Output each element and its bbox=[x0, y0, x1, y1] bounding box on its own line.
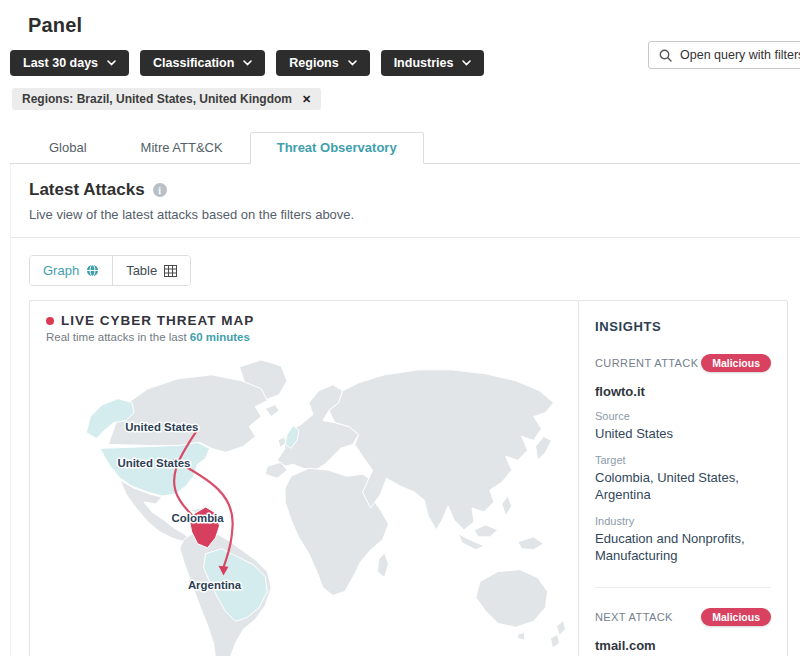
section-divider bbox=[11, 237, 800, 238]
insights-title: INSIGHTS bbox=[595, 319, 771, 334]
next-attack-label: NEXT ATTACK bbox=[595, 611, 673, 623]
view-toggle: Graph Table bbox=[29, 255, 191, 286]
target-label: Target bbox=[595, 454, 771, 466]
filter-chip-regions[interactable]: Regions: Brazil, United States, United K… bbox=[12, 88, 321, 110]
filter-button-label: Classification bbox=[153, 56, 234, 70]
tab-bar: Global Mitre ATT&CK Threat Observatory bbox=[10, 132, 800, 164]
target-value: Colombia, United States, Argentina bbox=[595, 469, 771, 504]
map-title: LIVE CYBER THREAT MAP bbox=[61, 313, 254, 328]
status-badge: Malicious bbox=[701, 608, 771, 626]
source-label: Source bbox=[595, 410, 771, 422]
industry-label: Industry bbox=[595, 515, 771, 527]
search-icon bbox=[659, 49, 672, 62]
page-title: Panel bbox=[0, 0, 800, 37]
table-view-button[interactable]: Table bbox=[112, 256, 190, 285]
close-icon[interactable]: ✕ bbox=[302, 93, 311, 106]
graph-view-label: Graph bbox=[43, 263, 79, 278]
filter-button-date-range[interactable]: Last 30 days bbox=[10, 50, 129, 76]
attack-domain: tmail.com bbox=[595, 638, 771, 653]
tab-content: Latest Attacks i Live view of the latest… bbox=[10, 164, 800, 656]
map-label-argentina: Argentina bbox=[188, 579, 242, 591]
current-attack-label: CURRENT ATTACK bbox=[595, 357, 698, 369]
next-attack-block: NEXT ATTACK Malicious tmail.com Source U… bbox=[595, 608, 771, 656]
tab-threat-observatory[interactable]: Threat Observatory bbox=[250, 132, 424, 164]
map-landmasses bbox=[108, 360, 565, 656]
map-label-united-states-2: United States bbox=[117, 457, 190, 469]
filter-button-label: Regions bbox=[289, 56, 338, 70]
tab-mitre-attck[interactable]: Mitre ATT&CK bbox=[114, 132, 250, 164]
status-badge: Malicious bbox=[701, 354, 771, 372]
filter-button-label: Industries bbox=[394, 56, 454, 70]
info-icon[interactable]: i bbox=[153, 183, 167, 197]
chevron-down-icon bbox=[348, 60, 357, 66]
chevron-down-icon bbox=[462, 60, 471, 66]
filter-chip-label: Regions: Brazil, United States, United K… bbox=[22, 92, 292, 106]
section-subtitle: Live view of the latest attacks based on… bbox=[29, 207, 800, 222]
filter-button-regions[interactable]: Regions bbox=[276, 50, 369, 76]
filter-button-label: Last 30 days bbox=[23, 56, 98, 70]
threat-map-panel: LIVE CYBER THREAT MAP Real time attacks … bbox=[29, 300, 579, 656]
industry-value: Education and Nonprofits, Manufacturing bbox=[595, 530, 771, 565]
source-value: United States bbox=[595, 425, 771, 443]
insights-divider bbox=[595, 587, 771, 588]
map-subtitle-highlight: 60 minutes bbox=[190, 331, 250, 343]
table-view-label: Table bbox=[126, 263, 157, 278]
chevron-down-icon bbox=[107, 60, 116, 66]
chevron-down-icon bbox=[243, 60, 252, 66]
active-filters-row: Regions: Brazil, United States, United K… bbox=[12, 88, 800, 110]
map-label-colombia: Colombia bbox=[172, 512, 225, 524]
graph-view-button[interactable]: Graph bbox=[30, 256, 112, 285]
current-attack-block: CURRENT ATTACK Malicious flowto.it Sourc… bbox=[595, 354, 771, 565]
table-icon bbox=[164, 265, 177, 277]
map-subtitle: Real time attacks in the last bbox=[46, 331, 190, 343]
globe-icon bbox=[86, 264, 99, 277]
open-query-search[interactable]: Open query with filters bbox=[648, 41, 800, 69]
live-dot-icon bbox=[46, 317, 54, 325]
insights-panel: INSIGHTS CURRENT ATTACK Malicious flowto… bbox=[578, 300, 788, 656]
filter-button-classification[interactable]: Classification bbox=[140, 50, 265, 76]
world-map[interactable]: United States United States Colombia Arg… bbox=[30, 345, 578, 656]
threat-map-card: LIVE CYBER THREAT MAP Real time attacks … bbox=[29, 300, 800, 656]
tab-global[interactable]: Global bbox=[22, 132, 114, 164]
map-label-united-states-1: United States bbox=[125, 421, 198, 433]
search-placeholder: Open query with filters bbox=[680, 48, 800, 62]
section-title: Latest Attacks bbox=[29, 180, 145, 200]
attack-domain: flowto.it bbox=[595, 384, 771, 399]
filter-button-industries[interactable]: Industries bbox=[381, 50, 485, 76]
panel-page: Panel Last 30 days Classification Region… bbox=[0, 0, 800, 656]
